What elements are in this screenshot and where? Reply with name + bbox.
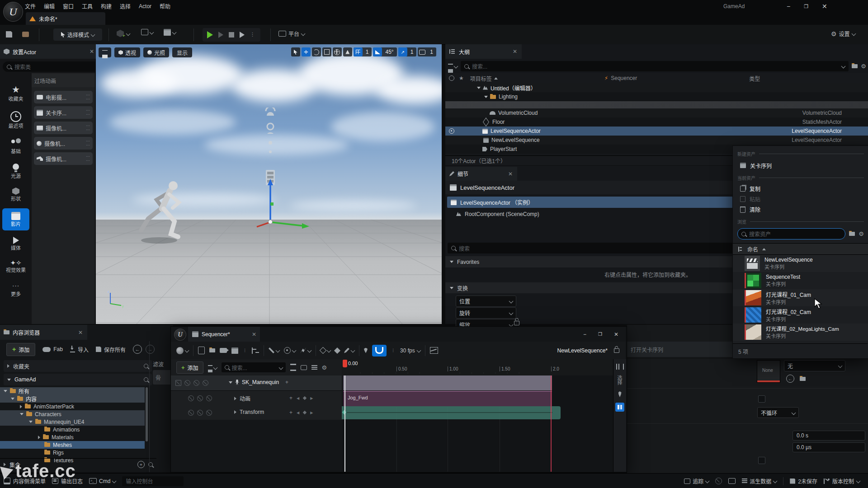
sequencer-add-button[interactable]: +添加 xyxy=(176,361,203,374)
perspective-dropdown[interactable]: 透视 xyxy=(114,47,140,57)
render-options-icon[interactable]: ⋯ xyxy=(243,348,247,353)
close-icon[interactable]: ✕ xyxy=(252,331,256,338)
scale-snap-value[interactable]: 1 xyxy=(407,49,417,55)
playhead-marker[interactable] xyxy=(343,360,347,367)
menu-actor[interactable]: Actor xyxy=(139,3,151,9)
keyframe-options-dropdown[interactable] xyxy=(321,348,330,353)
close-icon[interactable]: ✕ xyxy=(513,48,517,55)
solo-track-icon[interactable] xyxy=(193,380,199,386)
browse-folder-icon[interactable] xyxy=(849,232,855,236)
menu-select[interactable]: 选择 xyxy=(120,2,131,10)
pin-column-icon[interactable]: ★ xyxy=(459,75,464,81)
category-shapes[interactable]: 形状 xyxy=(0,179,32,202)
type-column-header[interactable]: 类型 xyxy=(749,75,760,82)
unsaved-button[interactable]: 2未保存 xyxy=(790,477,817,485)
playhead-line[interactable] xyxy=(344,375,345,472)
lock-track-icon[interactable] xyxy=(184,380,190,386)
select-mode-dropdown[interactable]: 选择模式 xyxy=(53,28,102,41)
rotation-snap-value[interactable]: 45° xyxy=(382,49,396,55)
selection-range-label[interactable]: 选择 xyxy=(617,375,623,385)
details-tab[interactable]: 细节 ✕ xyxy=(445,167,517,181)
place-item-levelsequence[interactable]: 关卡序...⋮⋮ xyxy=(34,106,93,119)
tree-item-characters[interactable]: Characters xyxy=(0,410,145,418)
add-actor-dropdown[interactable]: + xyxy=(117,29,130,38)
outliner-row-untitled[interactable]: Untitled（编辑器） xyxy=(445,83,868,92)
settings-dropdown[interactable]: ⚙ 设置 xyxy=(831,30,855,38)
camera-icon[interactable] xyxy=(220,348,227,353)
lock-track-icon[interactable] xyxy=(188,395,194,401)
new-folder-icon[interactable] xyxy=(852,64,858,68)
asset-row-megalights[interactable]: 灯光课程_02_MegaLights_Cam关卡序列 xyxy=(733,324,868,341)
add-section-icon[interactable]: + xyxy=(289,409,292,416)
prev-key-icon[interactable]: ◀ xyxy=(297,396,299,400)
scale-lock-icon[interactable] xyxy=(514,321,519,325)
track-anim-label[interactable]: 动画 xyxy=(240,394,250,402)
grid-snap-icon[interactable] xyxy=(354,47,363,56)
place-item-cinecamera[interactable]: 电影摄...⋮⋮ xyxy=(34,91,93,103)
open-sequence-button[interactable]: 打开关卡序列 xyxy=(627,342,736,357)
move-tool-icon[interactable]: ✛ xyxy=(302,47,311,56)
menu-file[interactable]: 文件 xyxy=(25,2,36,10)
loop-dropdown[interactable]: 不循环 xyxy=(757,407,799,418)
next-key-icon[interactable]: ▶ xyxy=(310,396,313,400)
place-actor-tab[interactable]: 放置Actor ✕ xyxy=(0,44,99,59)
version-control-dropdown[interactable]: 版本控制 xyxy=(824,477,860,485)
category-media[interactable]: 媒体 xyxy=(0,230,32,251)
place-search-input[interactable]: 搜索类 xyxy=(3,61,99,72)
use-selected-icon[interactable]: ← xyxy=(786,375,794,383)
ue-logo[interactable]: U xyxy=(3,2,23,22)
outliner-row-volumetriccloud[interactable]: VolumetricCloud VolumetricCloud xyxy=(445,108,868,117)
fps-dropdown[interactable]: 30 fps xyxy=(400,347,420,354)
add-button[interactable]: +添加 xyxy=(6,343,35,356)
trace-dropdown[interactable]: 追踪 xyxy=(684,477,709,485)
select-tool-icon[interactable] xyxy=(291,47,300,56)
derived-data-dropdown[interactable]: 派生数据 xyxy=(742,477,777,485)
world-space-icon[interactable] xyxy=(333,47,342,56)
menu-item-copy[interactable]: 复制 xyxy=(733,183,868,194)
category-more[interactable]: ⋯更多 xyxy=(0,273,32,297)
tree-item-meshes[interactable]: Meshes xyxy=(0,441,145,449)
track-mannequin-label[interactable]: SK_Mannequin xyxy=(242,379,279,385)
snap-toggle[interactable] xyxy=(372,345,387,357)
track-filter-icon[interactable] xyxy=(208,365,217,370)
actions-dropdown[interactable] xyxy=(300,347,311,353)
details-component-row[interactable]: RootComponent (SceneComp) xyxy=(456,209,733,219)
tree-item-materials[interactable]: Materials xyxy=(0,433,145,441)
timeline-ruler[interactable]: 0.00 0.50 1.00 1.50 2.0 ...... ...... xyxy=(342,359,613,376)
tree-item-animations[interactable]: Animations xyxy=(0,426,145,433)
play-options-icon[interactable]: ⋯ xyxy=(250,32,256,38)
show-dropdown[interactable]: 显示 xyxy=(172,47,192,57)
close-button[interactable]: ✕ xyxy=(822,3,827,10)
sequencer-column-header[interactable]: Sequencer xyxy=(611,75,637,81)
hierarchy-icon[interactable] xyxy=(252,347,259,354)
content-browser-tab[interactable]: 内容浏览器 ✕ xyxy=(0,325,87,340)
scale-snap-icon[interactable]: ↗ xyxy=(398,47,407,56)
mute-track-icon[interactable] xyxy=(203,380,208,386)
autokey-icon[interactable] xyxy=(334,347,340,353)
timeline-area[interactable]: Jog_Fwd xyxy=(342,375,613,472)
search-icon[interactable] xyxy=(144,377,148,382)
category-favorites[interactable]: ★收藏夹 xyxy=(0,74,32,102)
search-options-chevron[interactable] xyxy=(841,64,846,69)
asset-row-newlevelsequence[interactable]: NewLevelSequence关卡序列 xyxy=(733,255,868,272)
outliner-row-levelsequenceactor[interactable]: LevelSequenceActor LevelSequenceActor xyxy=(445,127,868,136)
place-item-camerarig2[interactable]: 摄像机...⋮⋮ xyxy=(34,137,93,150)
menu-item-clear[interactable]: 清除 xyxy=(733,204,868,215)
camera-speed-value[interactable]: 1 xyxy=(427,49,436,55)
platform-dropdown[interactable]: 平台 xyxy=(278,30,305,38)
asset-search-input[interactable]: 搜索资产 xyxy=(737,228,845,239)
category-vfx[interactable]: ✦✧视觉效果 xyxy=(0,251,32,273)
viewport[interactable]: z y 透视 光照 显示 ✛ 1 45° ↗ xyxy=(96,44,442,324)
maximize-button[interactable]: ❐ xyxy=(598,332,602,337)
grid-snap-value[interactable]: 1 xyxy=(363,49,372,55)
render-movie-icon[interactable] xyxy=(231,347,238,354)
favorites-section-header[interactable]: Favorites xyxy=(445,256,733,267)
rotation-dropdown[interactable]: 旋转 xyxy=(456,307,516,319)
pin-icon[interactable] xyxy=(618,391,622,397)
surface-snap-icon[interactable] xyxy=(343,47,352,56)
curve-editor-icon[interactable] xyxy=(430,347,438,354)
outliner-row-lighting[interactable]: Lighting xyxy=(445,92,868,101)
transform-gizmo[interactable] xyxy=(249,108,321,234)
solo-track-icon[interactable] xyxy=(197,410,203,416)
snapshot-icon[interactable] xyxy=(728,478,736,484)
